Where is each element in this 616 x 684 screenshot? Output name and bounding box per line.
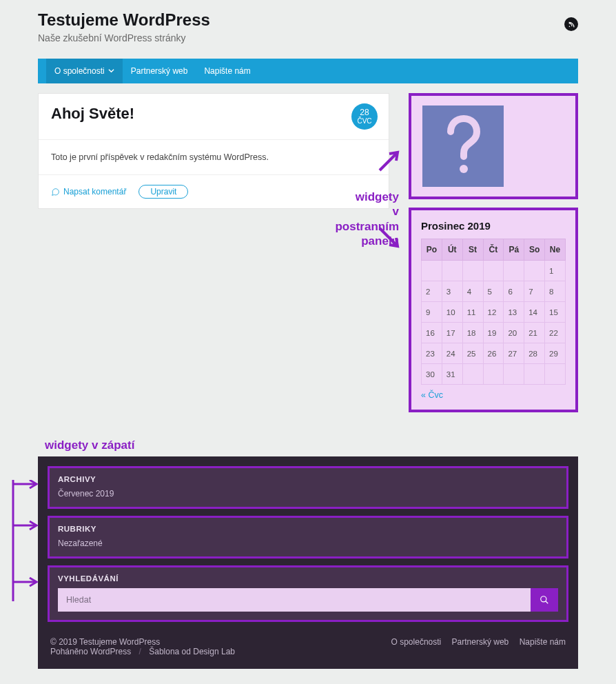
- annotation-arrow-icon: [377, 150, 400, 173]
- footer: ARCHIVY Červenec 2019 RUBRIKY Nezařazené…: [38, 456, 578, 669]
- copyright-text: © 2019 Testujeme WordPress: [50, 637, 235, 647]
- calendar-cell[interactable]: 16: [422, 323, 442, 343]
- calendar-cell[interactable]: 28: [524, 343, 545, 364]
- calendar-table: PoÚtStČtPáSoNe 1234567891011121314151617…: [421, 239, 566, 385]
- search-button[interactable]: [531, 588, 558, 612]
- powered-by-link[interactable]: Poháněno WordPress: [50, 647, 131, 656]
- calendar-cell: [462, 364, 483, 385]
- calendar-cell[interactable]: 24: [442, 343, 462, 364]
- footer-nav-link[interactable]: Napište nám: [520, 637, 566, 647]
- calendar-cell[interactable]: 31: [442, 364, 462, 385]
- rss-icon[interactable]: [564, 17, 578, 31]
- calendar-cell[interactable]: 7: [524, 281, 545, 302]
- search-icon: [540, 595, 549, 605]
- nav-item-contact[interactable]: Napište nám: [196, 59, 258, 83]
- nav-item-label: Partnerský web: [131, 66, 188, 76]
- calendar-cell[interactable]: 2: [422, 281, 442, 302]
- nav-item-label: O společnosti: [54, 66, 105, 76]
- site-title[interactable]: Testujeme WordPress: [38, 10, 210, 30]
- calendar-cell[interactable]: 18: [462, 323, 483, 343]
- calendar-cell[interactable]: 12: [483, 302, 504, 323]
- calendar-cell[interactable]: 26: [483, 343, 504, 364]
- calendar-title: Prosinec 2019: [421, 220, 566, 232]
- comment-label: Napsat komentář: [63, 187, 126, 197]
- calendar-cell: [442, 261, 462, 281]
- calendar-day-header: Ne: [545, 239, 566, 261]
- calendar-cell[interactable]: 11: [462, 302, 483, 323]
- calendar-cell: [483, 261, 504, 281]
- calendar-cell[interactable]: 19: [483, 323, 504, 343]
- footer-credits: © 2019 Testujeme WordPress Poháněno Word…: [48, 629, 568, 659]
- calendar-cell[interactable]: 6: [504, 281, 524, 302]
- calendar-cell: [504, 364, 524, 385]
- edit-button[interactable]: Upravit: [138, 185, 188, 199]
- post-title[interactable]: Ahoj Světe!: [51, 105, 376, 123]
- search-input[interactable]: [58, 588, 531, 612]
- category-link[interactable]: Nezařazené: [58, 539, 558, 548]
- post-body: Toto je první příspěvek v redakčním syst…: [39, 140, 389, 175]
- calendar-day-header: Po: [422, 239, 442, 261]
- theme-link[interactable]: Šablona od Design Lab: [149, 647, 235, 656]
- archive-link[interactable]: Červenec 2019: [58, 489, 558, 499]
- calendar-cell[interactable]: 22: [545, 323, 566, 343]
- calendar-cell[interactable]: 15: [545, 302, 566, 323]
- calendar-cell[interactable]: 21: [524, 323, 545, 343]
- nav-item-label: Napište nám: [204, 66, 250, 76]
- calendar-day-header: Pá: [504, 239, 524, 261]
- calendar-cell[interactable]: 30: [422, 364, 442, 385]
- chevron-down-icon: [108, 66, 114, 76]
- separator: /: [139, 647, 141, 656]
- calendar-cell[interactable]: 1: [545, 261, 566, 281]
- calendar-day-header: St: [462, 239, 483, 261]
- calendar-cell: [524, 261, 545, 281]
- calendar-cell[interactable]: 8: [545, 281, 566, 302]
- annotation-footer-bracket-icon: [8, 480, 39, 618]
- post-date-badge: 28 ČVC: [351, 103, 378, 130]
- calendar-cell: [483, 364, 504, 385]
- placeholder-image: [422, 105, 504, 187]
- calendar-cell[interactable]: 9: [422, 302, 442, 323]
- calendar-cell[interactable]: 10: [442, 302, 462, 323]
- sidebar-widget-calendar: Prosinec 2019 PoÚtStČtPáSoNe 12345678910…: [409, 208, 578, 412]
- calendar-day-header: Út: [442, 239, 462, 261]
- annotation-text: widgety: [356, 190, 399, 203]
- nav-item-about[interactable]: O společnosti: [46, 59, 123, 83]
- calendar-day-header: So: [524, 239, 545, 261]
- calendar-cell[interactable]: 4: [462, 281, 483, 302]
- svg-point-0: [460, 165, 468, 173]
- widget-title: RUBRIKY: [58, 525, 558, 533]
- calendar-cell: [422, 261, 442, 281]
- calendar-cell: [524, 364, 545, 385]
- widget-title: VYHLEDÁVÁNÍ: [58, 574, 558, 583]
- calendar-cell[interactable]: 17: [442, 323, 462, 343]
- footer-widget-archives: ARCHIVY Červenec 2019: [48, 466, 568, 509]
- footer-nav-link[interactable]: Partnerský web: [452, 637, 509, 647]
- calendar-cell[interactable]: 29: [545, 343, 566, 364]
- comment-icon: [51, 188, 60, 197]
- annotation-arrow-icon: [377, 225, 400, 249]
- nav-item-partner[interactable]: Partnerský web: [123, 59, 196, 83]
- calendar-cell[interactable]: 23: [422, 343, 442, 364]
- footer-widget-search: VYHLEDÁVÁNÍ: [48, 565, 568, 622]
- calendar-day-header: Čt: [483, 239, 504, 261]
- calendar-prev-link[interactable]: « Čvc: [421, 390, 566, 400]
- post-date-day: 28: [360, 108, 369, 117]
- calendar-cell[interactable]: 25: [462, 343, 483, 364]
- post-date-month: ČVC: [357, 118, 371, 125]
- comment-link[interactable]: Napsat komentář: [51, 187, 126, 197]
- main-nav: O společnosti Partnerský web Napište nám: [38, 59, 578, 83]
- site-tagline: Naše zkušební WordPress stránky: [38, 32, 210, 43]
- annotation-footer-text: widgety v zápatí: [45, 439, 578, 452]
- footer-nav-link[interactable]: O společnosti: [391, 637, 442, 647]
- sidebar-widget-image: [409, 93, 578, 199]
- calendar-cell[interactable]: 3: [442, 281, 462, 302]
- calendar-cell: [545, 364, 566, 385]
- calendar-cell: [504, 261, 524, 281]
- svg-point-1: [541, 596, 546, 602]
- calendar-cell[interactable]: 13: [504, 302, 524, 323]
- calendar-cell: [462, 261, 483, 281]
- calendar-cell[interactable]: 20: [504, 323, 524, 343]
- calendar-cell[interactable]: 27: [504, 343, 524, 364]
- calendar-cell[interactable]: 14: [524, 302, 545, 323]
- calendar-cell[interactable]: 5: [483, 281, 504, 302]
